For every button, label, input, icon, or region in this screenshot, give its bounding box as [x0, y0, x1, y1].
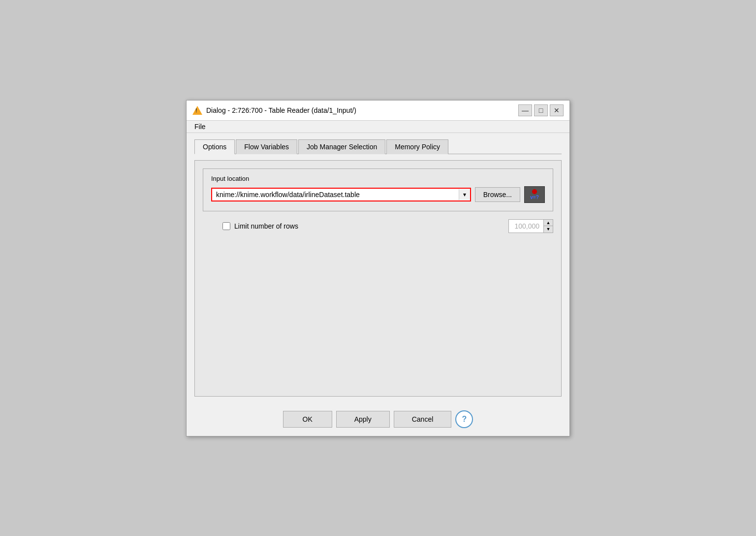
- browse-button[interactable]: Browse...: [475, 187, 520, 202]
- bottom-buttons: OK Apply Cancel ?: [187, 402, 569, 436]
- title-bar: Dialog - 2:726:700 - Table Reader (data/…: [187, 100, 569, 121]
- red-dot-icon: [532, 189, 537, 194]
- variable-text: v=?: [530, 195, 539, 200]
- row-limit-input: 100,000 ▲ ▼: [508, 219, 553, 233]
- file-menu[interactable]: File: [192, 122, 208, 132]
- fieldset-legend: Input location: [209, 175, 545, 182]
- minimize-button[interactable]: —: [518, 104, 532, 116]
- ok-button[interactable]: OK: [283, 411, 332, 428]
- input-location-fieldset: Input location ▾ Browse... v=?: [203, 168, 553, 211]
- file-path-row: ▾ Browse... v=?: [211, 186, 545, 203]
- title-controls: — □ ✕: [518, 104, 564, 116]
- apply-button[interactable]: Apply: [336, 411, 390, 428]
- variable-btn-inner: v=?: [530, 189, 539, 200]
- warning-icon: [192, 105, 202, 115]
- cancel-button[interactable]: Cancel: [394, 411, 452, 428]
- options-panel: Input location ▾ Browse... v=?: [194, 160, 562, 397]
- menu-bar: File: [187, 121, 569, 133]
- close-button[interactable]: ✕: [550, 104, 564, 116]
- spinner-up-button[interactable]: ▲: [544, 220, 553, 226]
- tab-options[interactable]: Options: [194, 139, 235, 154]
- maximize-button[interactable]: □: [534, 104, 548, 116]
- dialog-window: Dialog - 2:726:700 - Table Reader (data/…: [186, 100, 570, 436]
- help-button[interactable]: ?: [455, 410, 473, 428]
- dialog-content: Options Flow Variables Job Manager Selec…: [187, 133, 569, 402]
- limit-rows-label: Limit number of rows: [234, 222, 298, 230]
- file-input-field[interactable]: ▾: [211, 188, 471, 201]
- file-path-input[interactable]: [212, 189, 459, 201]
- variable-button[interactable]: v=?: [524, 186, 545, 203]
- tab-flow-variables[interactable]: Flow Variables: [236, 139, 297, 154]
- limit-rows-checkbox[interactable]: [222, 222, 230, 230]
- row-limit-value: 100,000: [509, 220, 543, 232]
- spinner-down-button[interactable]: ▼: [544, 226, 553, 233]
- tab-job-manager[interactable]: Job Manager Selection: [298, 139, 385, 154]
- dropdown-arrow-icon[interactable]: ▾: [459, 189, 470, 200]
- title-bar-left: Dialog - 2:726:700 - Table Reader (data/…: [192, 105, 356, 115]
- warning-triangle-icon: [192, 106, 202, 115]
- spinner-buttons: ▲ ▼: [543, 220, 553, 233]
- limit-rows-row: Limit number of rows 100,000 ▲ ▼: [203, 219, 553, 233]
- window-title: Dialog - 2:726:700 - Table Reader (data/…: [206, 106, 356, 114]
- tab-bar: Options Flow Variables Job Manager Selec…: [194, 139, 562, 154]
- tab-memory-policy[interactable]: Memory Policy: [386, 139, 448, 154]
